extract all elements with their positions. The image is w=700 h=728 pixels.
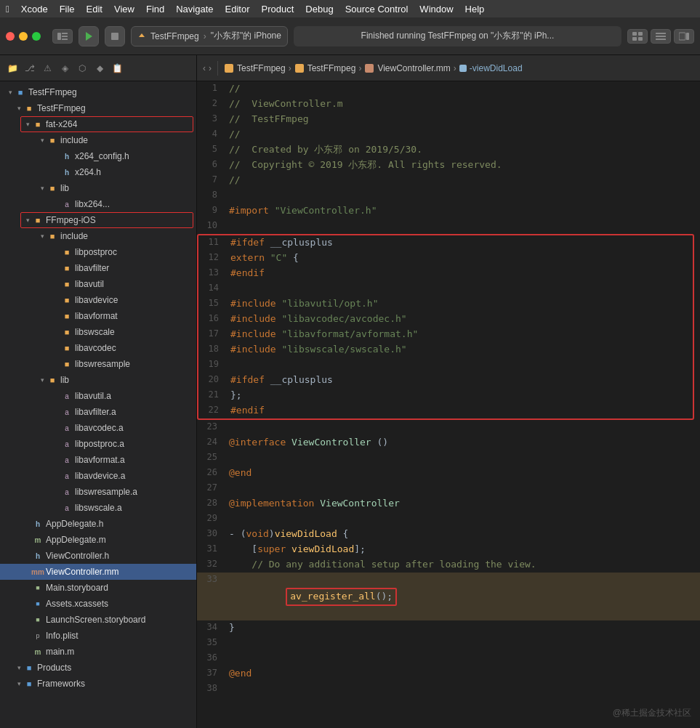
sidebar-item-libavutil[interactable]: ■ libavutil (0, 276, 196, 292)
folder-icon: ■ (15, 86, 26, 98)
breadcrumb-project[interactable]: TestFFmpeg (237, 63, 286, 73)
menubar-debug[interactable]: Debug (305, 4, 333, 15)
item-label: include (60, 231, 88, 241)
menubar-file[interactable]: File (60, 4, 75, 15)
sidebar-item-libswresample-a[interactable]: a libswresample.a (0, 484, 196, 500)
sidebar-item-testffmpeg-root[interactable]: ▾ ■ TestFFmpeg (0, 84, 196, 100)
apple-menu[interactable]:  (6, 4, 9, 15)
breadcrumb-func[interactable]: -viewDidLoad (470, 63, 523, 73)
sidebar-breakpoint-icon[interactable]: ◆ (93, 62, 106, 75)
sidebar-item-frameworks[interactable]: ▾ ■ Frameworks (0, 676, 196, 692)
sidebar-item-assets[interactable]: ■ Assets.xcassets (0, 596, 196, 612)
sidebar-item-x264-config-h[interactable]: h x264_config.h (0, 148, 196, 164)
sidebar-item-libavfilter[interactable]: ■ libavfilter (0, 260, 196, 276)
sidebar-test-icon[interactable]: ◈ (58, 62, 71, 75)
sidebar-item-libswscale[interactable]: ■ libswscale (0, 324, 196, 340)
sidebar-item-libswresample[interactable]: ■ libswresample (0, 356, 196, 372)
nav-forward[interactable]: › (209, 63, 212, 73)
item-label: libavutil.a (75, 391, 111, 401)
menubar-editor[interactable]: Editor (225, 4, 250, 15)
sidebar-item-libavfilter-a[interactable]: a libavfilter.a (0, 404, 196, 420)
sidebar-item-libswscale-a[interactable]: a libswscale.a (0, 500, 196, 516)
sidebar-item-libavdevice-a[interactable]: a libavdevice.a (0, 468, 196, 484)
fullscreen-button[interactable] (32, 32, 41, 41)
scheme-selector[interactable]: TestFFmpeg › "小东邪"的 iPhone (131, 26, 288, 46)
sidebar-item-libavdevice[interactable]: ■ libavdevice (0, 292, 196, 308)
sidebar-item-include-ffmpeg[interactable]: ▾ ■ include (0, 228, 196, 244)
sidebar-item-ffmpeg-ios[interactable]: ▾ ■ FFmpeg-iOS (20, 212, 193, 228)
code-line-15: 15 #include "libavutil/opt.h" (198, 296, 693, 312)
menubar-window[interactable]: Window (419, 4, 453, 15)
menubar-product[interactable]: Product (262, 4, 294, 15)
folder-icon: ■ (61, 326, 73, 338)
close-button[interactable] (6, 32, 15, 41)
sidebar-item-viewcontroller-mm[interactable]: mm ViewController.mm (0, 564, 196, 580)
sidebar-debug-icon[interactable]: ⬡ (76, 62, 89, 75)
sidebar-item-testffmpeg-group[interactable]: ▾ ■ TestFFmpeg (0, 100, 196, 116)
sidebar-item-libavutil-a[interactable]: a libavutil.a (0, 388, 196, 404)
sidebar-report-icon[interactable]: 📋 (110, 62, 124, 75)
menubar-edit[interactable]: Edit (87, 4, 102, 15)
sidebar-item-launchscreen[interactable]: ■ LaunchScreen.storyboard (0, 612, 196, 628)
breadcrumb-folder[interactable]: TestFFmpeg (307, 63, 356, 73)
sidebar-vcs-icon[interactable]: ⎇ (23, 62, 36, 75)
code-line-29: 29 (197, 511, 700, 527)
sidebar-item-libavformat-a[interactable]: a libavformat.a (0, 452, 196, 468)
svg-marker-4 (86, 32, 92, 41)
sidebar-tree: ▾ ■ TestFFmpeg ▾ ■ TestFFmpeg ▾ ■ fat-x2… (0, 81, 196, 728)
menubar-navigate[interactable]: Navigate (176, 4, 213, 15)
item-label: Frameworks (37, 679, 85, 689)
menubar-xcode[interactable]: Xcode (21, 4, 48, 15)
navigator-toggle[interactable] (651, 29, 671, 44)
folder-icon: ■ (61, 294, 73, 306)
sidebar-warning-icon[interactable]: ⚠ (41, 62, 54, 75)
sidebar-item-libpostproc-a[interactable]: a libpostproc.a (0, 436, 196, 452)
disclosure-icon: ▾ (38, 232, 47, 240)
sidebar-item-libx264[interactable]: a libx264... (0, 196, 196, 212)
sidebar-folder-icon[interactable]: 📁 (6, 62, 19, 75)
code-editor[interactable]: 1 // 2 // ViewController.m 3 // TestFFmp… (197, 81, 700, 728)
sidebar-item-libavcodec[interactable]: ■ libavcodec (0, 340, 196, 356)
nav-back[interactable]: ‹ (203, 63, 206, 73)
run-button[interactable] (79, 26, 99, 46)
inspector-toggle[interactable] (674, 29, 694, 44)
item-label: libpostproc (75, 247, 117, 257)
sidebar-item-main-storyboard[interactable]: ■ Main.storyboard (0, 580, 196, 596)
code-line-19: 19 (198, 357, 693, 373)
code-line-8: 8 (197, 188, 700, 203)
breadcrumb-file[interactable]: ViewController.mm (377, 63, 450, 73)
sidebar-item-fat-x264[interactable]: ▾ ■ fat-x264 (20, 116, 193, 132)
sidebar-item-appdelegate-h[interactable]: h AppDelegate.h (0, 516, 196, 532)
storyboard-icon: ■ (32, 614, 44, 626)
sidebar-item-viewcontroller-h[interactable]: h ViewController.h (0, 548, 196, 564)
sidebar-item-lib-ffmpeg[interactable]: ▾ ■ lib (0, 372, 196, 388)
sidebar-item-libpostproc[interactable]: ■ libpostproc (0, 244, 196, 260)
stop-button[interactable] (105, 26, 125, 46)
sidebar-item-libavformat[interactable]: ■ libavformat (0, 308, 196, 324)
menubar-help[interactable]: Help (465, 4, 485, 15)
code-line-6: 6 // Copyright © 2019 小东邪. All rights re… (197, 158, 700, 173)
sidebar-item-libavcodec-a[interactable]: a libavcodec.a (0, 420, 196, 436)
sidebar-item-main-m[interactable]: m main.m (0, 644, 196, 660)
code-line-26: 26 @end (197, 466, 700, 481)
file-mm-icon: mm (32, 566, 44, 578)
grid-view-toggle[interactable] (627, 29, 648, 44)
sidebar-item-products[interactable]: ▾ ■ Products (0, 660, 196, 676)
sidebar: 📁 ⎇ ⚠ ◈ ⬡ ◆ 📋 ▾ ■ TestFFmpeg ▾ ■ TestFFm… (0, 55, 197, 728)
file-a-icon: a (61, 438, 73, 450)
item-label: x264_config.h (75, 151, 129, 161)
sidebar-item-x264-h[interactable]: h x264.h (0, 164, 196, 180)
sidebar-item-lib-fat[interactable]: ▾ ■ lib (0, 180, 196, 196)
menubar-source-control[interactable]: Source Control (345, 4, 409, 15)
menubar-view[interactable]: View (114, 4, 134, 15)
sidebar-item-appdelegate-m[interactable]: m AppDelegate.m (0, 532, 196, 548)
file-a-icon: a (61, 422, 73, 434)
code-line-7: 7 // (197, 173, 700, 188)
code-line-38: 38 (197, 682, 700, 697)
sidebar-toggle-left[interactable] (52, 29, 73, 44)
minimize-button[interactable] (19, 32, 28, 41)
code-line-1: 1 // (197, 81, 700, 97)
sidebar-item-include[interactable]: ▾ ■ include (0, 132, 196, 148)
menubar-find[interactable]: Find (146, 4, 164, 15)
sidebar-item-info-plist[interactable]: p Info.plist (0, 628, 196, 644)
